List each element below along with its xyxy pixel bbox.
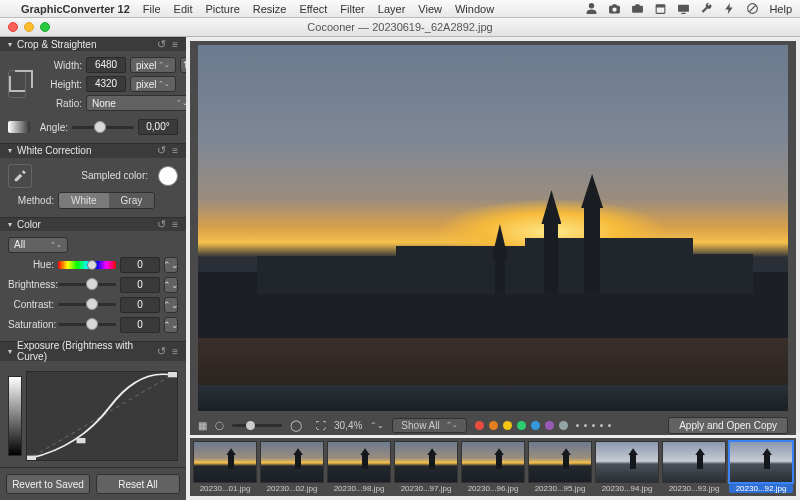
height-input[interactable]: 4320 [86,76,126,92]
panel-menu-icon[interactable]: ≡ [172,346,178,357]
saturation-value[interactable]: 0 [120,317,160,333]
zoom-stepper[interactable]: ⌃⌄ [370,421,384,430]
filmstrip-item[interactable]: 20230...96.jpg [461,441,525,493]
panel-menu-icon[interactable]: ≡ [172,219,178,230]
menu-view[interactable]: View [418,3,442,15]
bolt-icon[interactable] [723,2,736,15]
panel-menu-icon[interactable]: ≡ [172,39,178,50]
filmstrip[interactable]: 20230...01.jpg20230...02.jpg20230...98.j… [190,438,796,496]
zoom-out-icon[interactable]: ◯ [215,421,224,430]
filmstrip-thumbnail[interactable] [662,441,726,483]
width-unit-select[interactable]: pixel⌃⌄ [130,57,176,73]
filmstrip-thumbnail[interactable] [461,441,525,483]
color-tag[interactable] [503,421,512,430]
camera-icon[interactable] [608,2,621,15]
panel-header-crop[interactable]: ▾ Crop & Straighten ↺≡ [0,37,186,51]
ratio-select[interactable]: None⌃⌄ [86,95,186,111]
color-tag-picker[interactable] [475,421,568,430]
disclosure-triangle-icon[interactable]: ▾ [8,40,12,49]
color-tag[interactable] [475,421,484,430]
brightness-value[interactable]: 0 [120,277,160,293]
filmstrip-item[interactable]: 20230...01.jpg [193,441,257,493]
menu-edit[interactable]: Edit [174,3,193,15]
nosign-icon[interactable] [746,2,759,15]
angle-value[interactable]: 0,00° [138,119,178,135]
person-icon[interactable] [585,2,598,15]
method-segment[interactable]: White Gray [58,192,155,209]
saturation-slider[interactable] [58,323,116,326]
menu-layer[interactable]: Layer [378,3,406,15]
width-input[interactable]: 6480 [86,57,126,73]
color-tag[interactable] [517,421,526,430]
saturation-stepper[interactable]: ⌃⌄ [164,317,178,333]
filmstrip-item[interactable]: 20230...02.jpg [260,441,324,493]
filmstrip-thumbnail[interactable] [394,441,458,483]
rating-dots[interactable] [576,424,611,427]
apply-open-copy-button[interactable]: Apply and Open Copy [668,417,788,434]
calendar-icon[interactable] [654,2,667,15]
window-titlebar[interactable]: Cocooner — 20230619-_62A2892.jpg [0,18,800,37]
brightness-stepper[interactable]: ⌃⌄ [164,277,178,293]
filmstrip-item[interactable]: 20230...94.jpg [595,441,659,493]
disclosure-triangle-icon[interactable]: ▾ [8,220,12,229]
menu-window[interactable]: Window [455,3,494,15]
method-white-option[interactable]: White [59,193,109,208]
contrast-slider[interactable] [58,303,116,306]
app-menu[interactable]: GraphicConverter 12 [21,3,130,15]
panel-menu-icon[interactable]: ≡ [172,145,178,156]
exposure-curve-editor[interactable] [26,371,178,461]
menu-filter[interactable]: Filter [340,3,364,15]
filmstrip-thumbnail[interactable] [595,441,659,483]
filmstrip-item[interactable]: 20230...93.jpg [662,441,726,493]
disclosure-triangle-icon[interactable]: ▾ [8,146,12,155]
menu-effect[interactable]: Effect [299,3,327,15]
panel-header-exposure[interactable]: ▾ Exposure (Brightness with Curve) ↺≡ [0,341,186,361]
disclosure-triangle-icon[interactable]: ▾ [8,347,12,356]
reset-all-button[interactable]: Reset All [96,474,180,494]
color-channel-select[interactable]: All⌃⌄ [8,237,68,253]
color-tag[interactable] [531,421,540,430]
filmstrip-item[interactable]: 20230...95.jpg [528,441,592,493]
briefcase-icon[interactable] [631,2,644,15]
panel-header-color[interactable]: ▾ Color ↺≡ [0,217,186,231]
contrast-stepper[interactable]: ⌃⌄ [164,297,178,313]
zoom-in-icon[interactable]: ◯ [290,419,302,432]
hue-value[interactable]: 0 [120,257,160,273]
image-canvas[interactable] [190,41,796,415]
reset-icon[interactable]: ↺ [157,38,166,51]
filmstrip-thumbnail[interactable] [327,441,391,483]
filmstrip-thumbnail[interactable] [193,441,257,483]
filmstrip-thumbnail[interactable] [260,441,324,483]
filmstrip-item[interactable]: 20230...98.jpg [327,441,391,493]
fit-icon[interactable]: ⛶ [316,420,326,431]
panel-header-white[interactable]: ▾ White Correction ↺≡ [0,143,186,157]
color-tag[interactable] [559,421,568,430]
reset-icon[interactable]: ↺ [157,144,166,157]
menu-file[interactable]: File [143,3,161,15]
reset-icon[interactable]: ↺ [157,345,166,358]
grid-icon[interactable]: ▦ [198,420,207,431]
filmstrip-item[interactable]: 20230...97.jpg [394,441,458,493]
method-gray-option[interactable]: Gray [109,193,155,208]
filmstrip-thumbnail[interactable] [528,441,592,483]
filter-select[interactable]: Show All⌃⌄ [392,418,466,433]
sampled-color-swatch[interactable] [158,166,178,186]
angle-slider[interactable] [72,126,134,129]
color-tag[interactable] [545,421,554,430]
menu-resize[interactable]: Resize [253,3,287,15]
contrast-value[interactable]: 0 [120,297,160,313]
hue-slider[interactable] [58,261,116,269]
reset-icon[interactable]: ↺ [157,218,166,231]
filmstrip-thumbnail[interactable] [729,441,793,483]
height-unit-select[interactable]: pixel⌃⌄ [130,76,176,92]
hue-stepper[interactable]: ⌃⌄ [164,257,178,273]
revert-button[interactable]: Revert to Saved [6,474,90,494]
crop-tool-icon[interactable] [8,70,26,98]
zoom-slider[interactable] [232,424,282,427]
eyedropper-tool[interactable] [8,164,32,188]
color-tag[interactable] [489,421,498,430]
wrench-icon[interactable] [700,2,713,15]
brightness-slider[interactable] [58,283,116,286]
tv-icon[interactable] [677,2,690,15]
filmstrip-item[interactable]: 20230...92.jpg [729,441,793,493]
